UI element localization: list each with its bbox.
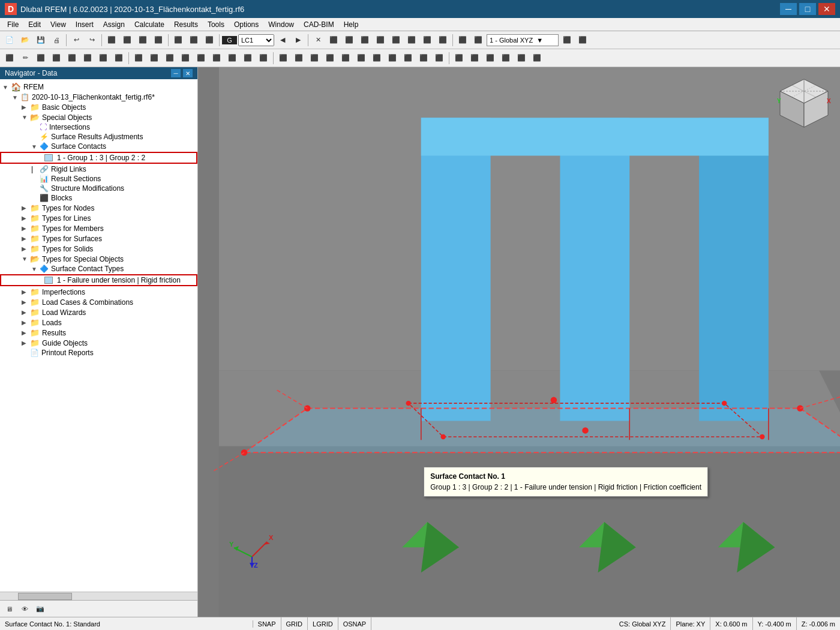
- tb-btn19[interactable]: ⬛: [560, 34, 574, 47]
- menu-tools[interactable]: Tools: [203, 19, 229, 30]
- sidebar-item-surface-contacts[interactable]: 🔷 Surface Contacts: [0, 142, 197, 151]
- status-osnap[interactable]: OSNAP: [338, 617, 372, 630]
- sidebar-item-imperfections[interactable]: 📁 Imperfections: [0, 287, 197, 297]
- t2-btn20[interactable]: ⬛: [307, 52, 322, 65]
- t2-btn17[interactable]: ⬛: [256, 52, 271, 65]
- menu-assign[interactable]: Assign: [98, 19, 130, 30]
- t2-btn33[interactable]: ⬛: [514, 52, 529, 65]
- tb-btn12[interactable]: ⬛: [373, 34, 388, 47]
- t2-btn27[interactable]: ⬛: [416, 52, 431, 65]
- t2-btn16[interactable]: ⬛: [241, 52, 255, 65]
- save-btn[interactable]: 💾: [34, 34, 48, 47]
- t2-btn24[interactable]: ⬛: [370, 52, 384, 65]
- sidebar-item-results[interactable]: 📁 Results: [0, 328, 197, 338]
- tb-btn1[interactable]: ⬛: [104, 34, 119, 47]
- status-grid[interactable]: GRID: [281, 617, 308, 630]
- sidebar-item-basic-objects[interactable]: 📁 Basic Objects: [0, 102, 197, 112]
- t2-btn22[interactable]: ⬛: [338, 52, 353, 65]
- menu-calculate[interactable]: Calculate: [130, 19, 169, 30]
- t2-btn18[interactable]: ⬛: [276, 52, 290, 65]
- t2-btn2[interactable]: ✏: [18, 52, 32, 65]
- t2-btn8[interactable]: ⬛: [112, 52, 126, 65]
- t2-btn25[interactable]: ⬛: [385, 52, 400, 65]
- nav-view-btn[interactable]: 🖥: [2, 603, 16, 615]
- t2-btn4[interactable]: ⬛: [49, 52, 64, 65]
- tb-btn2[interactable]: ⬛: [120, 34, 134, 47]
- nav-scrollbar[interactable]: [0, 592, 197, 600]
- print-btn[interactable]: 🖨: [49, 34, 64, 47]
- t2-btn11[interactable]: ⬛: [163, 52, 177, 65]
- sidebar-item-types-members[interactable]: 📁 Types for Members: [0, 223, 197, 233]
- t2-btn29[interactable]: ⬛: [452, 52, 466, 65]
- new-btn[interactable]: 📄: [2, 34, 17, 47]
- redo-btn[interactable]: ↪: [85, 34, 99, 47]
- t2-btn6[interactable]: ⬛: [80, 52, 95, 65]
- menu-help[interactable]: Help: [339, 19, 364, 30]
- tb-btn17[interactable]: ⬛: [455, 34, 470, 47]
- sidebar-item-blocks[interactable]: ⬛ Blocks: [0, 193, 197, 203]
- t2-btn23[interactable]: ⬛: [354, 52, 368, 65]
- t2-btn10[interactable]: ⬛: [147, 52, 161, 65]
- t2-btn7[interactable]: ⬛: [96, 52, 110, 65]
- t2-btn21[interactable]: ⬛: [323, 52, 337, 65]
- t2-btn9[interactable]: ⬛: [131, 52, 146, 65]
- close-button[interactable]: ✕: [818, 3, 835, 15]
- t2-btn19[interactable]: ⬛: [292, 52, 306, 65]
- lc-select[interactable]: LC1: [238, 34, 274, 46]
- menu-file[interactable]: File: [2, 19, 23, 30]
- t2-btn5[interactable]: ⬛: [65, 52, 79, 65]
- t2-btn14[interactable]: ⬛: [209, 52, 224, 65]
- nav-scrollbar-thumb[interactable]: [18, 593, 72, 600]
- tb-btn6[interactable]: ⬛: [187, 34, 201, 47]
- tb-btn3[interactable]: ⬛: [136, 34, 150, 47]
- menu-edit[interactable]: Edit: [23, 19, 46, 30]
- t2-btn30[interactable]: ⬛: [467, 52, 482, 65]
- tree-root-rfem[interactable]: 🏠 RFEM: [0, 82, 197, 92]
- tb-btn7[interactable]: ⬛: [202, 34, 217, 47]
- tb-btn4[interactable]: ⬛: [151, 34, 166, 47]
- t2-btn1[interactable]: ⬛: [2, 52, 17, 65]
- sidebar-item-guide-objects[interactable]: 📁 Guide Objects: [0, 338, 197, 348]
- next-lc[interactable]: ▶: [291, 34, 305, 47]
- tb-btn5[interactable]: ⬛: [171, 34, 185, 47]
- tb-btn15[interactable]: ⬛: [420, 34, 434, 47]
- tree-file[interactable]: 📋 2020-10-13_Flächenkontakt_fertig.rf6*: [0, 92, 197, 102]
- tb-btn14[interactable]: ⬛: [404, 34, 419, 47]
- menu-view[interactable]: View: [46, 19, 71, 30]
- tb-btn11[interactable]: ⬛: [358, 34, 372, 47]
- sidebar-item-loads[interactable]: 📁 Loads: [0, 317, 197, 328]
- sidebar-item-sc1[interactable]: 1 - Group 1 : 3 | Group 2 : 2: [0, 152, 197, 164]
- tb-btn18[interactable]: ⬛: [471, 34, 485, 47]
- t2-btn31[interactable]: ⬛: [483, 52, 497, 65]
- sidebar-item-rigid-links[interactable]: | 🔗 Rigid Links: [0, 164, 197, 174]
- undo-btn[interactable]: ↩: [69, 34, 83, 47]
- sidebar-item-printout-reports[interactable]: 📄 Printout Reports: [0, 348, 197, 358]
- nav-pin-btn[interactable]: ─: [171, 69, 181, 77]
- t2-btn3[interactable]: ⬛: [34, 52, 48, 65]
- sidebar-item-structure-mods[interactable]: 🔧 Structure Modifications: [0, 184, 197, 193]
- menu-window[interactable]: Window: [263, 19, 299, 30]
- prev-lc[interactable]: ◀: [275, 34, 290, 47]
- sidebar-item-load-cases[interactable]: 📁 Load Cases & Combinations: [0, 297, 197, 307]
- tb-btn20[interactable]: ⬛: [575, 34, 590, 47]
- t2-btn26[interactable]: ⬛: [401, 52, 415, 65]
- t2-btn28[interactable]: ⬛: [432, 52, 446, 65]
- sidebar-item-types-nodes[interactable]: 📁 Types for Nodes: [0, 203, 197, 213]
- tb-btn16[interactable]: ⬛: [436, 34, 450, 47]
- sidebar-item-types-special[interactable]: 📂 Types for Special Objects: [0, 254, 197, 264]
- tb-btn9[interactable]: ⬛: [326, 34, 341, 47]
- menu-insert[interactable]: Insert: [71, 19, 98, 30]
- viewport[interactable]: Surface Contact No. 1 Group 1 : 3 | Grou…: [198, 67, 840, 617]
- sidebar-item-types-lines[interactable]: 📁 Types for Lines: [0, 213, 197, 223]
- nav-eye-btn[interactable]: 👁: [18, 603, 31, 615]
- tb-btn8[interactable]: ✕: [311, 34, 325, 47]
- tb-btn13[interactable]: ⬛: [389, 34, 403, 47]
- nav-camera-btn[interactable]: 📷: [34, 603, 47, 615]
- maximize-button[interactable]: □: [799, 3, 816, 15]
- menu-cad-bim[interactable]: CAD-BIM: [299, 19, 339, 30]
- t2-btn13[interactable]: ⬛: [194, 52, 208, 65]
- menu-results[interactable]: Results: [169, 19, 203, 30]
- status-snap[interactable]: SNAP: [253, 617, 281, 630]
- nav-close-btn[interactable]: ✕: [183, 69, 193, 77]
- status-lgrid[interactable]: LGRID: [308, 617, 338, 630]
